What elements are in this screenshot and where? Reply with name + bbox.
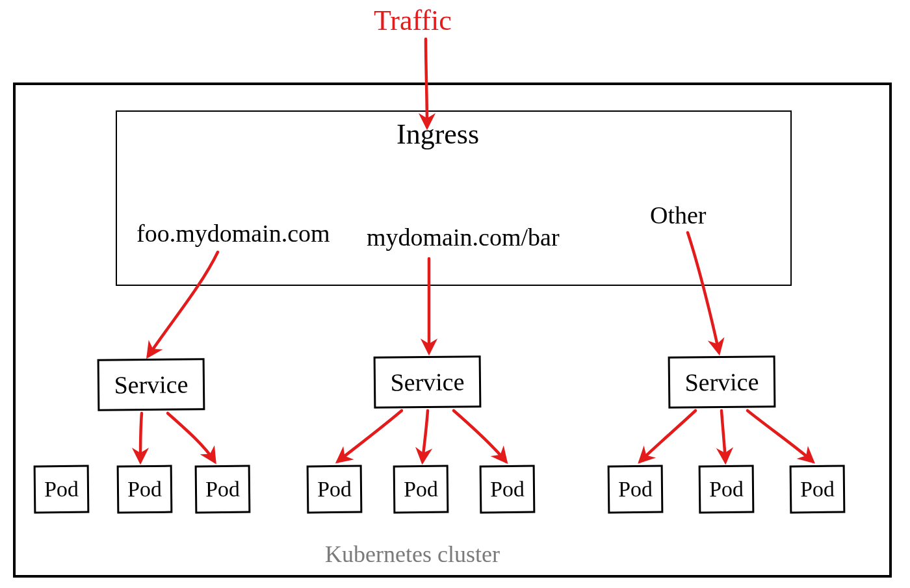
ingress-rule-foo: foo.mydomain.com xyxy=(136,221,330,246)
service-box-3: Service xyxy=(668,355,776,409)
diagram-canvas: Traffic Kubernetes cluster Ingress foo.m… xyxy=(0,0,910,588)
ingress-rule-other: Other xyxy=(650,203,707,227)
pod-label: Pod xyxy=(127,477,162,502)
pod-box: Pod xyxy=(480,465,536,514)
pod-label: Pod xyxy=(618,477,653,502)
pod-label: Pod xyxy=(709,477,744,502)
pod-label: Pod xyxy=(800,477,835,502)
pod-label: Pod xyxy=(205,477,240,502)
cluster-label: Kubernetes cluster xyxy=(325,543,500,566)
pod-box: Pod xyxy=(34,465,90,514)
service-label: Service xyxy=(114,370,188,399)
ingress-rule-bar: mydomain.com/bar xyxy=(367,225,560,249)
service-label: Service xyxy=(684,367,759,396)
pod-box: Pod xyxy=(608,465,664,514)
traffic-label: Traffic xyxy=(374,6,452,35)
pod-box: Pod xyxy=(195,465,251,514)
service-box-2: Service xyxy=(374,355,482,409)
service-box-1: Service xyxy=(98,358,205,411)
pod-label: Pod xyxy=(490,477,525,502)
pod-box: Pod xyxy=(790,465,846,514)
pod-label: Pod xyxy=(317,477,352,502)
pod-box: Pod xyxy=(393,465,449,514)
pod-box: Pod xyxy=(117,465,173,514)
pod-box: Pod xyxy=(307,465,363,514)
pod-label: Pod xyxy=(44,477,79,502)
ingress-title: Ingress xyxy=(396,120,479,149)
pod-label: Pod xyxy=(404,477,438,502)
service-label: Service xyxy=(390,367,464,396)
pod-box: Pod xyxy=(699,465,755,514)
